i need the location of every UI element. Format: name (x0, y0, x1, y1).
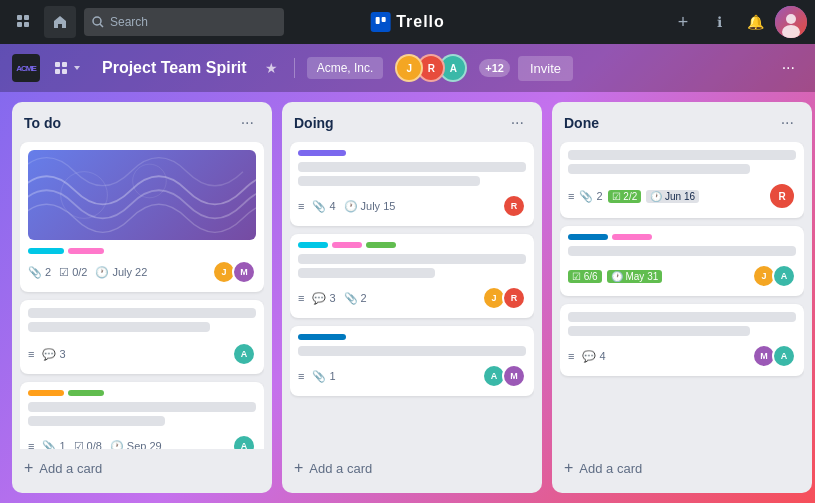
card-doing-2[interactable]: ≡ 💬 3 📎 2 J R (290, 234, 534, 318)
notifications-button[interactable]: 🔔 (739, 6, 771, 38)
add-card-done[interactable]: + Add a card (560, 453, 804, 483)
skeleton-line (298, 162, 526, 172)
workspace-name[interactable]: Acme, Inc. (307, 57, 384, 79)
search-placeholder: Search (110, 15, 148, 29)
add-card-todo[interactable]: + Add a card (20, 453, 264, 483)
date-badge: 🕐 May 31 (607, 270, 663, 283)
desc-icon: ≡ (28, 348, 34, 360)
meta-comments: 💬 3 (312, 292, 335, 305)
board-title[interactable]: Project Team Spirit (96, 55, 253, 81)
attachment-count: 1 (329, 370, 335, 382)
trello-logo-icon (370, 12, 390, 32)
comment-count: 4 (599, 350, 605, 362)
user-avatar[interactable] (775, 6, 807, 38)
skeleton-line (568, 164, 750, 174)
column-done-menu[interactable]: ··· (775, 112, 800, 134)
checklist-badge: ☑ 2/2 (608, 190, 642, 203)
column-todo-menu[interactable]: ··· (235, 112, 260, 134)
label-pink (68, 248, 104, 254)
card-done-1[interactable]: ≡ 📎 2 ☑ 2/2 🕐 Jun 16 R (560, 142, 804, 218)
plus-members[interactable]: +12 (479, 59, 510, 77)
card-doing-1[interactable]: ≡ 📎 4 🕐 July 15 R (290, 142, 534, 226)
svg-rect-2 (17, 22, 22, 27)
star-button[interactable]: ★ (261, 56, 282, 80)
label-blue (568, 234, 608, 240)
due-date: July 22 (112, 266, 147, 278)
meta-desc: ≡ (298, 200, 304, 212)
label-blue (298, 334, 346, 340)
clock-icon: 🕐 (344, 200, 358, 213)
card-avatars: A M (482, 364, 526, 388)
svg-rect-6 (375, 17, 379, 24)
card-avatars: J R (482, 286, 526, 310)
paperclip-icon: 📎 (312, 370, 326, 383)
add-button[interactable]: + (667, 6, 699, 38)
label-purple (298, 150, 346, 156)
column-doing: Doing ··· ≡ 📎 4 🕐 (282, 102, 542, 493)
checklist-badge: ☑ 6/6 (568, 270, 602, 283)
column-doing-menu[interactable]: ··· (505, 112, 530, 134)
label-cyan (298, 242, 328, 248)
label-cyan (28, 248, 64, 254)
member-avatar-1[interactable]: J (395, 54, 423, 82)
skeleton-line (298, 176, 480, 186)
workspace-switcher[interactable] (48, 57, 88, 79)
meta-due-date: 🕐 Sep 29 (110, 440, 162, 450)
svg-rect-1 (24, 15, 29, 20)
comment-icon: 💬 (582, 350, 596, 363)
paperclip-icon: 📎 (579, 190, 593, 203)
column-todo-header: To do ··· (20, 112, 264, 142)
meta-checklist: ☑ 0/8 (74, 440, 102, 450)
search-bar[interactable]: Search (84, 8, 284, 36)
add-icon: + (294, 459, 303, 477)
attachment-count: 4 (329, 200, 335, 212)
skeleton-line (298, 268, 435, 278)
card-avatar-2: M (502, 364, 526, 388)
invite-button[interactable]: Invite (518, 56, 573, 81)
skeleton-line (568, 312, 796, 322)
card-done-2[interactable]: ☑ 6/6 🕐 May 31 J A (560, 226, 804, 296)
card-avatar-1: A (232, 342, 256, 366)
add-icon: + (564, 459, 573, 477)
paperclip-icon: 📎 (344, 292, 358, 305)
card-doing-3[interactable]: ≡ 📎 1 A M (290, 326, 534, 396)
column-doing-cards: ≡ 📎 4 🕐 July 15 R (290, 142, 534, 449)
skeleton-line (568, 150, 796, 160)
nav-right: + ℹ 🔔 (667, 6, 807, 38)
meta-due-date: 🕐 July 22 (95, 266, 147, 279)
svg-rect-0 (17, 15, 22, 20)
clock-icon: 🕐 (110, 440, 124, 450)
label-green (366, 242, 396, 248)
card-avatars: J A (752, 264, 796, 288)
add-card-doing[interactable]: + Add a card (290, 453, 534, 483)
workspace-logo: ACME (12, 54, 40, 82)
card-todo-2[interactable]: ≡ 💬 3 A (20, 300, 264, 374)
checklist-icon: ☑ (74, 440, 84, 450)
skeleton-line (568, 326, 750, 336)
card-avatar-2: R (502, 286, 526, 310)
column-done: Done ··· ≡ 📎 2 ☑ 2/2 🕐 Jun 16 R (552, 102, 812, 493)
card-todo-3[interactable]: ≡ 📎 1 ☑ 0/8 🕐 Sep 29 A (20, 382, 264, 449)
apps-icon[interactable] (8, 6, 40, 38)
date-badge: 🕐 Jun 16 (646, 190, 699, 203)
svg-rect-13 (55, 69, 60, 74)
more-options-button[interactable]: ··· (774, 55, 803, 81)
skeleton-line (28, 322, 210, 332)
column-todo-cards: 📎 2 ☑ 0/2 🕐 July 22 J M (20, 142, 264, 449)
checklist-count: 0/8 (87, 440, 102, 449)
meta-comments: 💬 3 (42, 348, 65, 361)
meta-checklist: ☑ 0/2 (59, 266, 87, 279)
trello-logo: Trello (370, 12, 445, 32)
attachment-count: 1 (59, 440, 65, 449)
info-button[interactable]: ℹ (703, 6, 735, 38)
home-icon[interactable] (44, 6, 76, 38)
card-meta: ≡ 💬 3 📎 2 J R (298, 286, 526, 310)
card-done-3[interactable]: ≡ 💬 4 M A (560, 304, 804, 376)
meta-desc: ≡ (298, 292, 304, 304)
comment-count: 3 (59, 348, 65, 360)
paperclip-icon: 📎 (28, 266, 42, 279)
card-avatar-2: A (772, 344, 796, 368)
comment-icon: 💬 (312, 292, 326, 305)
card-todo-1[interactable]: 📎 2 ☑ 0/2 🕐 July 22 J M (20, 142, 264, 292)
svg-line-5 (100, 24, 103, 27)
